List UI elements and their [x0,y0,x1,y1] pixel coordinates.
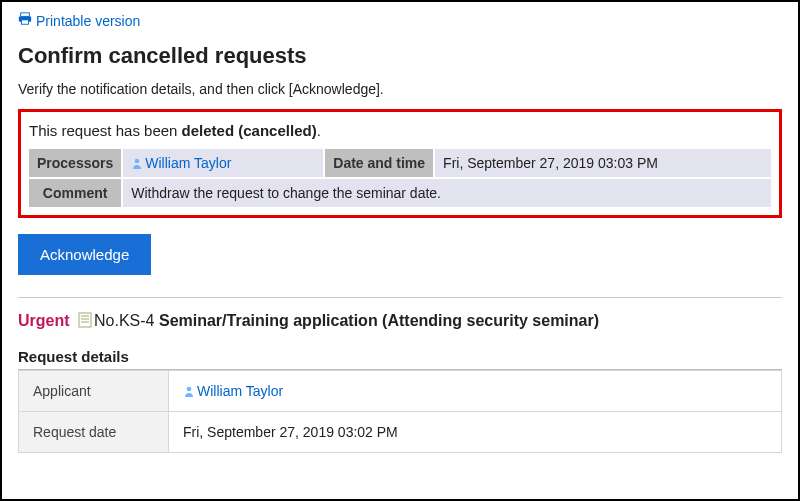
comment-value: Withdraw the request to change the semin… [123,179,771,207]
svg-point-8 [187,387,192,392]
applicant-name: William Taylor [197,383,283,399]
request-number: No.KS-4 [94,312,154,329]
status-suffix: . [317,122,321,139]
applicant-value-cell: William Taylor [169,371,782,412]
divider [18,297,782,298]
request-details-table: Applicant William Taylor Request date Fr… [18,370,782,453]
page-title: Confirm cancelled requests [18,43,782,69]
processor-link[interactable]: William Taylor [131,155,231,171]
request-title-line: Urgent No.KS-4 Seminar/Training applicat… [18,312,782,330]
document-icon [78,312,92,328]
printer-icon [18,12,32,29]
person-icon [183,384,195,396]
applicant-link[interactable]: William Taylor [183,383,283,399]
instructions-text: Verify the notification details, and the… [18,81,782,97]
request-details-header: Request details [18,348,782,370]
datetime-label: Date and time [325,149,433,177]
cancellation-info-table: Processors William Taylor Date and time … [27,147,773,209]
datetime-value: Fri, September 27, 2019 03:03 PM [435,149,771,177]
acknowledge-button[interactable]: Acknowledge [18,234,151,275]
person-icon [131,156,143,168]
status-line: This request has been deleted (cancelled… [27,118,773,147]
cancellation-notice-box: This request has been deleted (cancelled… [18,109,782,218]
processor-name: William Taylor [145,155,231,171]
request-date-value: Fri, September 27, 2019 03:02 PM [169,412,782,453]
status-text: deleted (cancelled) [182,122,317,139]
svg-rect-2 [22,20,29,24]
processors-value-cell: William Taylor [123,149,323,177]
applicant-label: Applicant [19,371,169,412]
svg-rect-4 [79,313,91,327]
printable-version-link[interactable]: Printable version [18,12,140,29]
printable-version-label: Printable version [36,13,140,29]
processors-label: Processors [29,149,121,177]
urgent-badge: Urgent [18,312,70,329]
comment-label: Comment [29,179,121,207]
status-prefix: This request has been [29,122,182,139]
svg-rect-0 [21,13,30,17]
request-date-label: Request date [19,412,169,453]
svg-point-3 [135,159,140,164]
request-name: Seminar/Training application (Attending … [159,312,599,329]
